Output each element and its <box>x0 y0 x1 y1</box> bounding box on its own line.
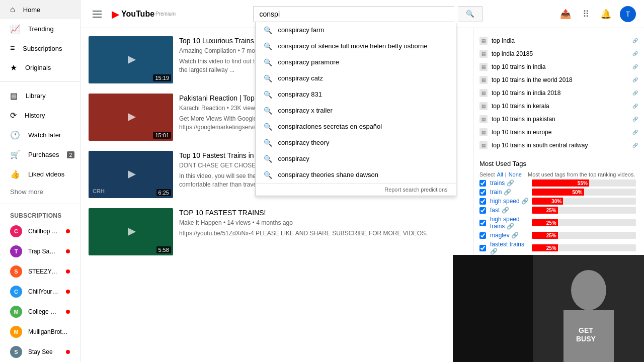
hamburger-menu[interactable] <box>89 7 106 22</box>
search-suggestion-icon: 🔍 <box>264 171 272 179</box>
header-left: ▶ YouTube Premium <box>89 7 176 22</box>
divider-2 <box>0 204 80 204</box>
dropdown-item[interactable]: 🔍conspiracy paramore <box>256 54 456 70</box>
upload-icon[interactable]: 📤 <box>559 8 572 20</box>
dropdown-item[interactable]: 🔍conspiracy theories shane dawson <box>256 167 456 183</box>
tag-percentage: 25% <box>544 208 558 213</box>
right-panel-link[interactable]: ▤ top 10 trains in pakistan 🔗 <box>479 113 638 126</box>
svg-rect-14 <box>473 255 533 362</box>
sidebar-item-trending[interactable]: 📈 Trending <box>0 19 80 39</box>
sidebar-item-watch-later[interactable]: 🕐 Watch later <box>0 125 80 145</box>
right-links-list: ▤ top India 🔗 ▤ top india 20185 🔗 ▤ top … <box>479 34 638 152</box>
notifications-icon[interactable]: 🔔 <box>600 8 612 20</box>
sidebar-sub-trap-samurai[interactable]: T Trap Samurai <box>0 241 80 261</box>
tag-checkbox[interactable] <box>479 220 486 226</box>
external-link-icon: 🔗 <box>632 130 638 135</box>
search-suggestion-icon: 🔍 <box>264 155 272 163</box>
right-panel-link[interactable]: ▤ top 10 trains in south central railway… <box>479 139 638 152</box>
sidebar-sub-college-music[interactable]: M College Music <box>0 302 80 322</box>
tag-link[interactable]: fastest trains 🔗 <box>490 241 530 255</box>
tags-header: Most Used Tags <box>479 160 638 167</box>
sidebar-item-originals[interactable]: ★ Originals <box>0 58 80 77</box>
tag-bar: 25% <box>532 232 558 239</box>
dropdown-item[interactable]: 🔍conspiracy <box>256 151 456 167</box>
dropdown-item[interactable]: 🔍conspiracy catz <box>256 70 456 86</box>
tag-link[interactable]: high speed 🔗 <box>490 198 529 205</box>
sidebar-sub-steezyasfuck[interactable]: S STEEZYASFUCK <box>0 261 80 282</box>
tag-checkbox[interactable] <box>479 189 486 196</box>
search-icon: 🔍 <box>466 10 474 18</box>
apps-icon[interactable]: ⠿ <box>580 8 592 20</box>
sidebar-sub-mulliganbrothe...[interactable]: M MulliganBrothe... <box>0 322 80 342</box>
sidebar-sub-chillhop-music[interactable]: C Chillhop Music <box>0 221 80 241</box>
search-suggestion-icon: 🔍 <box>264 58 272 66</box>
sub-avatar: S <box>10 265 22 278</box>
tag-row: trains 🔗 55% <box>479 179 638 187</box>
tag-link[interactable]: maglev 🔗 <box>490 232 519 239</box>
user-avatar[interactable]: T <box>620 6 636 22</box>
tags-select-none[interactable]: None <box>509 171 522 177</box>
sidebar-sub-chillyourmind[interactable]: C ChillYourMind <box>0 282 80 302</box>
report-predictions-link[interactable]: Report search predictions <box>256 183 456 196</box>
tag-link[interactable]: train 🔗 <box>490 189 511 196</box>
dropdown-item[interactable]: 🔍conspiraciones secretas en español <box>256 119 456 135</box>
youtube-icon: ▶ <box>112 8 119 20</box>
tag-link[interactable]: high speed trains 🔗 <box>490 216 530 230</box>
dropdown-item[interactable]: 🔍conspiracy x trailer <box>256 103 456 119</box>
sidebar-item-subscriptions[interactable]: ≡ Subscriptions <box>0 39 80 58</box>
tag-checkbox[interactable] <box>479 232 486 239</box>
sidebar-item-purchases[interactable]: 🛒 Purchases 2 <box>0 145 80 164</box>
link-icon: ▤ <box>479 89 488 97</box>
link-icon: ▤ <box>479 50 488 58</box>
sub-avatar: C <box>10 286 22 298</box>
sub-name: MulliganBrothe... <box>28 328 70 335</box>
subscriptions-icon: ≡ <box>10 44 15 53</box>
right-panel-link[interactable]: ▤ top 10 trains in kerala 🔗 <box>479 100 638 113</box>
tags-select-all[interactable]: All <box>497 171 503 177</box>
right-panel-link[interactable]: ▤ top 10 trains in india 🔗 <box>479 60 638 73</box>
external-link-icon: 🔗 <box>632 51 638 56</box>
tag-checkbox[interactable] <box>479 180 486 187</box>
tag-percentage: 50% <box>570 190 584 195</box>
tag-checkbox[interactable] <box>479 207 486 214</box>
video-card[interactable]: 5:58 TOP 10 FASTEST TRAINS! Make It Happ… <box>89 208 465 255</box>
history-icon: ⟳ <box>10 111 17 120</box>
sidebar-item-history[interactable]: ⟳ History <box>0 106 80 125</box>
tag-link[interactable]: trains 🔗 <box>490 179 514 187</box>
mini-player[interactable]: GET BUSY <box>473 255 644 362</box>
header-right: 📤 ⠿ 🔔 T <box>559 6 636 22</box>
right-panel-link[interactable]: ▤ top 10 trains in india 2018 🔗 <box>479 86 638 100</box>
tag-bar: 30% <box>532 198 563 205</box>
dropdown-list: 🔍conspiracy farm🔍conspiracy of silence f… <box>256 22 456 183</box>
dropdown-item[interactable]: 🔍conspiracy of silence full movie helen … <box>256 38 456 54</box>
show-more-button[interactable]: Show more <box>0 184 80 200</box>
video-title: TOP 10 FASTEST TRAINS! <box>179 208 465 217</box>
logo[interactable]: ▶ YouTube Premium <box>112 8 176 20</box>
tag-bar: 25% <box>532 219 558 226</box>
sidebar-item-liked[interactable]: 👍 Liked videos <box>0 164 80 184</box>
sidebar-sub-stay-see[interactable]: S Stay See <box>0 342 80 362</box>
search-suggestion-icon: 🔍 <box>264 26 272 34</box>
search-input[interactable] <box>253 6 454 22</box>
tag-checkbox[interactable] <box>479 198 486 205</box>
external-link-icon: 🔗 <box>632 117 638 122</box>
tag-checkbox[interactable] <box>479 245 486 251</box>
sidebar-item-library[interactable]: ▤ Library <box>0 86 80 106</box>
tag-bar-container: 50% <box>532 189 636 196</box>
watermark: CRH <box>93 188 105 194</box>
dropdown-item[interactable]: 🔍conspiracy farm <box>256 22 456 38</box>
right-panel-link[interactable]: ▤ top 10 trains in the world 2018 🔗 <box>479 73 638 86</box>
right-panel-link[interactable]: ▤ top 10 trains in europe 🔗 <box>479 126 638 139</box>
search-suggestion-icon: 🔍 <box>264 42 272 50</box>
link-text: top India <box>492 37 628 44</box>
sidebar-item-home[interactable]: ⌂ Home <box>0 0 80 19</box>
sub-avatar: S <box>10 346 22 358</box>
dropdown-item[interactable]: 🔍conspiracy theory <box>256 135 456 151</box>
search-button[interactable]: 🔍 <box>458 6 482 22</box>
dropdown-item[interactable]: 🔍conspiracy 831 <box>256 86 456 103</box>
right-panel-link[interactable]: ▤ top India 🔗 <box>479 34 638 47</box>
right-panel-link[interactable]: ▤ top india 20185 🔗 <box>479 47 638 60</box>
tag-link[interactable]: fast 🔗 <box>490 207 509 214</box>
tag-bar-container: 25% <box>532 244 636 251</box>
tag-name: trains 🔗 <box>479 179 530 187</box>
